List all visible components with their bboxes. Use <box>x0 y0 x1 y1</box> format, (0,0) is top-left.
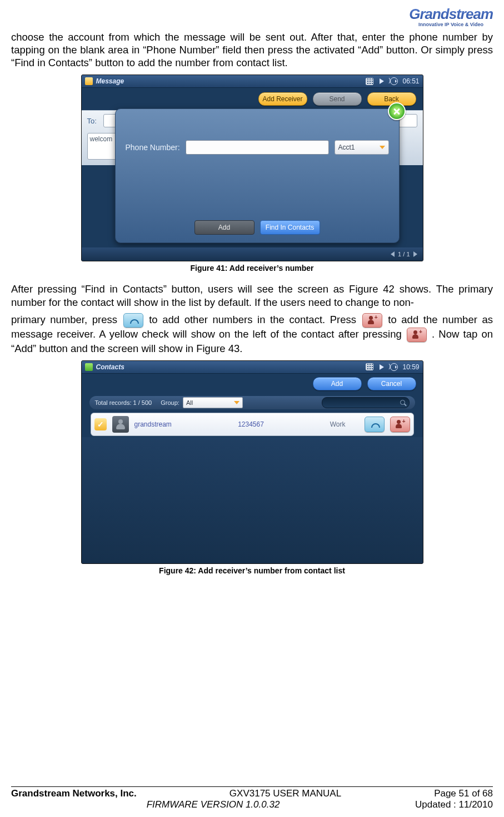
title-bar: Message 06:51 <box>82 75 423 88</box>
volume-icon[interactable] <box>378 364 386 370</box>
message-textarea[interactable]: welcom <box>87 133 119 160</box>
add-receiver-popover: Phone Number: Acct1 Add Find In Contacts <box>115 108 400 243</box>
clock-text: 06:51 <box>402 77 419 85</box>
logo-brand: Grandstream <box>409 6 493 23</box>
avatar <box>112 416 129 433</box>
footer-firmware: FIRMWARE VERSION 1.0.0.32 <box>147 799 280 810</box>
add-button[interactable]: Add <box>194 220 255 235</box>
paragraph-2a: After pressing “Find in Contacts” button… <box>11 283 493 308</box>
search-input[interactable] <box>322 397 410 408</box>
paragraph-2d: to add the number <box>388 314 482 325</box>
group-label: Group: <box>161 399 179 406</box>
refresh-icon[interactable] <box>390 364 398 370</box>
pager-prev-icon[interactable] <box>391 251 395 257</box>
add-receiver-icon-2 <box>407 328 427 342</box>
logo-tagline: Innovative IP Voice & Video <box>409 22 493 27</box>
contact-type: Work <box>301 420 346 428</box>
window-title: Contacts <box>96 363 124 371</box>
page-footer: Grandstream Networks, Inc. GXV3175 USER … <box>11 788 493 810</box>
send-button: Send <box>313 92 362 106</box>
chevron-down-icon <box>380 146 385 149</box>
records-count: Total records: 1 / 500 <box>95 399 152 406</box>
account-select[interactable]: Acct1 <box>335 140 389 155</box>
footer-divider <box>11 786 493 787</box>
paragraph-2c: to add other numbers in the contact. Pre… <box>149 314 361 325</box>
contact-row[interactable]: grandstream 1234567 Work <box>91 413 414 436</box>
paragraph-1: choose the account from which the messag… <box>11 31 493 69</box>
keyboard-icon[interactable] <box>366 364 373 370</box>
figure-42-screenshot: Contacts 10:59 Add Cancel Total records:… <box>81 360 423 564</box>
message-icon <box>85 77 93 85</box>
toolbar-row: Add Receiver Send Back <box>82 88 423 110</box>
pager-next-icon[interactable] <box>413 251 417 257</box>
title-bar: Contacts 10:59 <box>82 361 423 374</box>
keyboard-icon[interactable] <box>366 78 373 85</box>
add-button[interactable]: Add <box>313 377 362 390</box>
row-check-icon <box>94 418 107 430</box>
pager-bar: 1 / 1 <box>82 247 423 261</box>
contact-name: grandstream <box>134 420 201 428</box>
footer-page: Page 51 of 68 <box>434 788 493 799</box>
chevron-down-icon <box>234 401 239 404</box>
cancel-button[interactable]: Cancel <box>367 377 416 390</box>
group-select-value: All <box>186 399 193 406</box>
other-numbers-button[interactable] <box>365 417 385 432</box>
contact-number: 1234567 <box>207 420 296 428</box>
contacts-empty-area <box>82 437 423 564</box>
phone-number-input[interactable] <box>186 140 329 155</box>
figure-41-caption: Figure 41: Add receiver’s number <box>11 264 493 273</box>
clock-text: 10:59 <box>402 363 419 371</box>
figure-41-screenshot: Message 06:51 Add Receiver Send Back To:… <box>81 75 423 261</box>
contacts-icon <box>85 363 93 371</box>
add-receiver-button[interactable]: Add Receiver <box>258 92 307 106</box>
close-icon[interactable] <box>388 102 406 120</box>
search-icon <box>400 400 406 405</box>
volume-icon[interactable] <box>378 78 386 85</box>
footer-updated: Updated : 11/2010 <box>415 799 493 810</box>
account-select-value: Acct1 <box>338 143 355 151</box>
footer-company: Grandstream Networks, Inc. <box>11 788 137 799</box>
add-receiver-button[interactable] <box>390 417 410 432</box>
find-in-contacts-button[interactable]: Find In Contacts <box>260 220 320 235</box>
window-title: Message <box>96 77 124 85</box>
toolbar-row: Add Cancel <box>82 374 423 394</box>
add-receiver-icon <box>362 313 382 328</box>
paragraph-2-inline: primary number, press to add other numbe… <box>11 313 493 355</box>
phone-number-label: Phone Number: <box>126 143 180 152</box>
pager-text: 1 / 1 <box>398 251 410 258</box>
header-logo: Grandstream Innovative IP Voice & Video <box>11 6 493 28</box>
to-label: To: <box>87 117 97 125</box>
records-bar: Total records: 1 / 500 Group: All <box>89 396 415 409</box>
footer-manual: GXV3175 USER MANUAL <box>229 788 341 799</box>
group-select[interactable]: All <box>183 397 243 408</box>
refresh-icon[interactable] <box>390 78 398 85</box>
paragraph-2b: primary number, press <box>11 314 122 325</box>
other-numbers-icon <box>123 313 143 328</box>
figure-42-caption: Figure 42: Add receiver’s number from co… <box>11 566 493 575</box>
